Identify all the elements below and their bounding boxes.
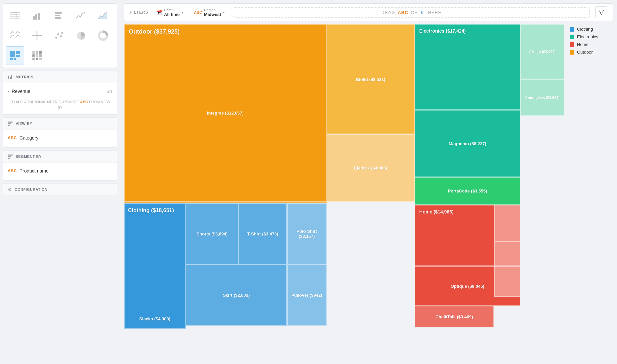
- compglass-tile[interactable]: Compglass ($2,631): [520, 79, 564, 116]
- artego-tile[interactable]: Artego ($3,002): [520, 24, 564, 79]
- metrics-body: › Revenue M1 TO ADD ADDITIONAL METRIC, R…: [3, 83, 117, 114]
- legend: Clothing Electronics Home Outdoor: [570, 24, 613, 55]
- artego-label: Artego ($3,002): [523, 50, 561, 54]
- drag-calendar-icon: 🗓: [421, 10, 425, 15]
- skirt-tile[interactable]: Skirt ($2,803): [186, 264, 287, 326]
- viz-table[interactable]: [6, 6, 24, 25]
- svg-rect-21: [10, 51, 15, 57]
- date-label: Date:: [164, 8, 180, 12]
- outdoor-label: Outdoor ($37,925): [129, 28, 180, 36]
- svg-rect-22: [16, 51, 20, 54]
- biolid-label: Biolid ($8,521): [332, 77, 410, 82]
- shorts-tile[interactable]: Shorts ($3,894): [186, 203, 239, 264]
- svg-rect-0: [10, 12, 20, 13]
- svg-rect-11: [55, 17, 61, 19]
- viz-line[interactable]: [72, 6, 90, 25]
- viz-area[interactable]: [94, 6, 112, 25]
- date-filter[interactable]: 📅 Date: All time ▾: [154, 7, 186, 18]
- filter-button[interactable]: [595, 6, 607, 18]
- calendar-icon: 📅: [156, 10, 162, 15]
- config-gear-icon: ⚙: [8, 187, 12, 192]
- legend-electronics: Electronics: [570, 34, 613, 39]
- svg-point-16: [57, 33, 59, 35]
- pullover-tile[interactable]: Pullover ($942): [287, 264, 327, 326]
- legend-outdoor: Outdoor: [570, 50, 613, 55]
- elentrix-tile[interactable]: Elentrix ($4,486): [327, 134, 415, 201]
- chalktalk-label: ChalkTalk ($3,469): [419, 314, 489, 319]
- svg-rect-26: [32, 51, 35, 54]
- clothing-main-label: Clothing ($18,651): [128, 207, 174, 214]
- svg-rect-3: [10, 18, 20, 19]
- viz-treemap[interactable]: [6, 46, 24, 65]
- metric-chevron: ›: [8, 89, 9, 94]
- metrics-icon: [8, 74, 13, 80]
- tshirt-tile[interactable]: T-Shirt ($3,473): [238, 203, 287, 264]
- slacks-tile[interactable]: Clothing ($18,651) Slacks ($4,383): [124, 203, 186, 329]
- metric-badge: M1: [107, 89, 112, 93]
- viz-donut[interactable]: [94, 26, 112, 45]
- svg-rect-34: [39, 58, 42, 60]
- metric-label: Revenue: [12, 89, 107, 94]
- filter-bar: FILTERS 📅 Date: All time ▾ ABC Region: M…: [124, 3, 613, 21]
- region-filter[interactable]: ABC Region: Midwest ▾: [191, 7, 227, 18]
- legend-home: Home: [570, 42, 613, 47]
- segment-by-icon: [8, 154, 13, 159]
- svg-rect-42: [8, 156, 11, 157]
- svg-rect-41: [8, 155, 13, 156]
- clothing-color: [570, 27, 574, 32]
- drag-or-text: OR: [411, 10, 418, 15]
- viz-heatmap[interactable]: [28, 46, 46, 65]
- date-arrow-icon: ▾: [182, 11, 183, 14]
- viz-horizontal-bar[interactable]: [50, 6, 68, 25]
- view-by-panel: VIEW BY ABC Category: [3, 117, 117, 148]
- svg-rect-43: [8, 158, 10, 159]
- svg-rect-8: [38, 13, 40, 20]
- viz-bar[interactable]: [28, 6, 46, 25]
- home-small2-tile[interactable]: [494, 241, 520, 266]
- outdoor-color: [570, 50, 574, 55]
- biolid-tile[interactable]: Biolid ($8,521): [327, 24, 415, 134]
- treemap-wrapper: Outdoor ($37,925) Integres ($12,657) Nep…: [124, 24, 613, 361]
- drag-drop-zone: DRAG ABC OR 🗓 HERE: [233, 7, 590, 18]
- electronics-label: Electronics ($17,424): [419, 28, 466, 34]
- segment-by-body: ABC Product name: [3, 163, 117, 180]
- skirt-label: Skirt ($2,803): [191, 293, 281, 298]
- revenue-metric[interactable]: › Revenue M1: [8, 86, 112, 97]
- metrics-title: METRICS: [16, 75, 33, 79]
- viz-pie[interactable]: [72, 26, 90, 45]
- svg-point-15: [55, 37, 57, 39]
- svg-rect-27: [36, 51, 38, 54]
- segment-by-row[interactable]: ABC Product name: [8, 166, 112, 176]
- svg-rect-24: [10, 58, 13, 60]
- clothing-legend-label: Clothing: [577, 27, 593, 32]
- view-by-abc: ABC: [8, 136, 17, 140]
- metrics-header: METRICS: [3, 71, 117, 83]
- integres-label: Integres ($12,657): [135, 110, 316, 115]
- svg-point-17: [60, 35, 62, 37]
- polo-tile[interactable]: Polo Shirt ($3,157): [287, 203, 327, 264]
- main-content: FILTERS 📅 Date: All time ▾ ABC Region: M…: [120, 0, 617, 364]
- svg-rect-40: [8, 125, 10, 126]
- view-by-row[interactable]: ABC Category: [8, 133, 112, 143]
- home-small3-tile[interactable]: [494, 266, 520, 297]
- viz-cross[interactable]: [28, 26, 46, 45]
- svg-rect-23: [16, 55, 20, 57]
- svg-marker-12: [98, 12, 107, 19]
- segment-by-abc: ABC: [8, 169, 17, 173]
- config-header[interactable]: ⚙ CONFIGURATION: [3, 183, 117, 196]
- magnemo-tile[interactable]: Magnemo ($8,237): [415, 110, 520, 177]
- portacode-tile[interactable]: PortaCode ($3,555): [415, 177, 520, 205]
- chalktalk-tile[interactable]: ChalkTalk ($3,469): [415, 306, 494, 327]
- shorts-label: Shorts ($3,894): [189, 231, 235, 236]
- svg-rect-33: [36, 58, 38, 60]
- electronics-category-tile[interactable]: Electronics ($17,424): [415, 24, 520, 110]
- region-label: Region:: [204, 8, 221, 12]
- viz-scatter[interactable]: [50, 26, 68, 45]
- view-by-header: VIEW BY: [3, 118, 117, 130]
- svg-rect-39: [8, 123, 11, 124]
- svg-rect-6: [33, 16, 35, 20]
- outdoor-category-tile[interactable]: Outdoor ($37,925) Integres ($12,657): [124, 24, 327, 202]
- viz-small-multiples[interactable]: [6, 26, 24, 45]
- viz-type-grid: [3, 3, 117, 68]
- home-small1-tile[interactable]: [494, 205, 520, 241]
